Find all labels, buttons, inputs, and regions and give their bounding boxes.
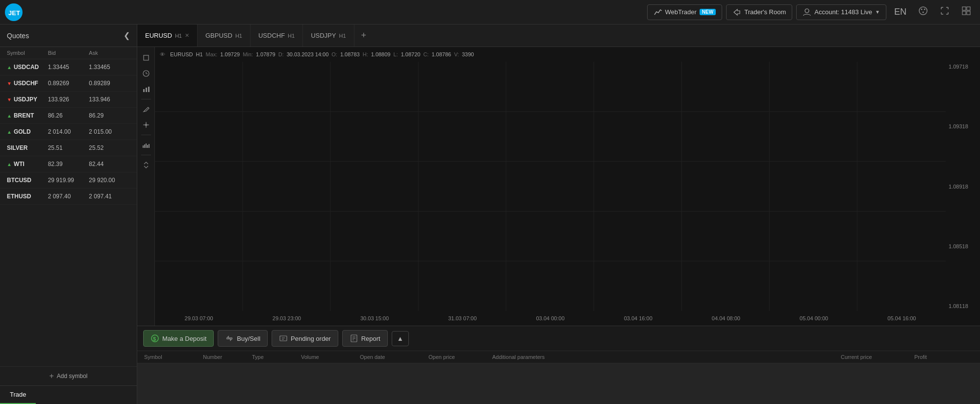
quote-bid: 29 919.99 bbox=[48, 177, 89, 184]
buy-sell-btn[interactable]: Buy/Sell bbox=[218, 330, 268, 347]
price-level-4: 1.08118 bbox=[949, 303, 977, 309]
buysell-icon bbox=[225, 334, 234, 343]
quote-row-btcusd[interactable]: BTCUSD 29 919.99 29 920.00 bbox=[0, 172, 137, 189]
chart-tab-gbpusd[interactable]: GBPUSD H1 bbox=[198, 24, 251, 47]
quote-row-silver[interactable]: SILVER 25.51 25.52 bbox=[0, 140, 137, 156]
expand-bottom-btn[interactable]: ▲ bbox=[392, 331, 409, 346]
svg-point-5 bbox=[923, 12, 924, 13]
quote-row-ethusd[interactable]: ETHUSD 2 097.40 2 097.41 bbox=[0, 189, 137, 205]
pen-icon bbox=[142, 105, 150, 113]
deposit-btn-label: Make a Deposit bbox=[162, 335, 206, 342]
volume-tool-btn[interactable] bbox=[139, 138, 153, 152]
quote-ask: 2 015.00 bbox=[89, 128, 130, 135]
webtrader-btn[interactable]: WebTrader NEW bbox=[647, 4, 723, 20]
expand-tool-btn[interactable] bbox=[139, 158, 153, 172]
quotes-col-header: Symbol Bid Ask bbox=[0, 47, 137, 59]
trade-tabs: Trade bbox=[0, 385, 137, 404]
chart-container: 👁 EURUSD H1 Max: 1.09729 Min: 1.07879 D:… bbox=[137, 47, 980, 326]
clock-icon bbox=[142, 70, 150, 77]
chart-timeframe: H1 bbox=[196, 51, 202, 57]
price-level-2: 1.08918 bbox=[949, 184, 977, 190]
sidebar: Quotes ❮ Symbol Bid Ask ▲ USDCAD 1.33445… bbox=[0, 24, 137, 404]
quote-row-brent[interactable]: ▲ BRENT 86.26 86.29 bbox=[0, 108, 137, 124]
quote-bid: 2 097.40 bbox=[48, 193, 89, 200]
pending-order-btn[interactable]: Pending order bbox=[272, 330, 338, 347]
chart-max: 1.09729 bbox=[220, 51, 240, 57]
quotes-title: Quotes bbox=[7, 32, 29, 40]
traders-room-btn[interactable]: Trader's Room bbox=[726, 4, 792, 20]
main-layout: Quotes ❮ Symbol Bid Ask ▲ USDCAD 1.33445… bbox=[0, 24, 980, 404]
svg-rect-20 bbox=[146, 143, 147, 148]
quote-ask: 29 920.00 bbox=[89, 177, 130, 184]
quote-row-wti[interactable]: ▲ WTI 82.39 82.44 bbox=[0, 156, 137, 172]
quote-ask: 86.29 bbox=[89, 112, 130, 119]
quote-bid: 2 014.00 bbox=[48, 128, 89, 135]
cursor-tool-btn[interactable] bbox=[139, 51, 153, 65]
palette-icon bbox=[918, 6, 928, 16]
trade-col-header-3: Volume bbox=[301, 354, 360, 360]
cursor-icon bbox=[142, 54, 150, 62]
account-btn[interactable]: Account: 11483 Live ▼ bbox=[796, 4, 886, 20]
add-icon: + bbox=[49, 372, 53, 380]
quote-bid: 86.26 bbox=[48, 112, 89, 119]
time-label-1: 29.03 23:00 bbox=[273, 315, 301, 321]
svg-point-1 bbox=[805, 9, 809, 13]
indicator-tool-btn[interactable] bbox=[139, 82, 153, 96]
chart-tab-usdjpy[interactable]: USDJPY H1 bbox=[303, 24, 354, 47]
make-deposit-btn[interactable]: $ Make a Deposit bbox=[143, 330, 214, 347]
quote-row-usdcad[interactable]: ▲ USDCAD 1.33445 1.33465 bbox=[0, 59, 137, 75]
quote-symbol: BTCUSD bbox=[7, 177, 48, 184]
quote-ask: 2 097.41 bbox=[89, 193, 130, 200]
svg-point-2 bbox=[919, 7, 927, 15]
add-symbol-btn[interactable]: + Add symbol bbox=[0, 366, 137, 385]
theme-btn[interactable] bbox=[914, 4, 932, 20]
chart-toolbar bbox=[137, 47, 155, 326]
toolbar-divider-3 bbox=[141, 155, 151, 155]
tab-symbol-0: EURUSD bbox=[145, 32, 172, 39]
tab-tf-3: H1 bbox=[339, 33, 346, 39]
quote-row-usdchf[interactable]: ▼ USDCHF 0.89269 0.89289 bbox=[0, 75, 137, 92]
grid-btn[interactable] bbox=[957, 4, 975, 20]
chart-tab-usdchf[interactable]: USDCHF H1 bbox=[251, 24, 303, 47]
toolbar-divider-1 bbox=[141, 99, 151, 99]
quote-ask: 133.946 bbox=[89, 96, 130, 103]
user-icon bbox=[803, 8, 811, 17]
fullscreen-btn[interactable] bbox=[936, 4, 954, 20]
time-label-2: 30.03 15:00 bbox=[360, 315, 389, 321]
quote-bid: 0.89269 bbox=[48, 80, 89, 87]
bottom-panel: $ Make a Deposit Buy/Sell bbox=[137, 326, 980, 404]
sidebar-collapse-btn[interactable]: ❮ bbox=[124, 31, 130, 40]
arrow-down-icon: ▼ bbox=[7, 81, 12, 86]
draw-tool-btn[interactable] bbox=[139, 102, 153, 116]
report-label: Report bbox=[361, 335, 380, 342]
share-icon bbox=[732, 8, 741, 17]
trade-col-header-6: Additional parameters bbox=[492, 354, 841, 360]
svg-rect-8 bbox=[962, 11, 966, 15]
fullscreen-icon bbox=[940, 6, 950, 16]
chart-tab-eurusd[interactable]: EURUSD H1 ✕ bbox=[137, 24, 198, 47]
time-label-6: 04.04 08:00 bbox=[712, 315, 740, 321]
time-label-0: 29.03 07:00 bbox=[185, 315, 213, 321]
time-tool-btn[interactable] bbox=[139, 67, 153, 80]
quote-ask: 1.33465 bbox=[89, 64, 130, 71]
col-bid: Bid bbox=[48, 50, 89, 56]
quote-bid: 133.926 bbox=[48, 96, 89, 103]
quote-symbol: ▲ USDCAD bbox=[7, 64, 48, 71]
double-arrow-icon bbox=[142, 161, 150, 169]
svg-point-4 bbox=[924, 9, 926, 10]
tab-trade[interactable]: Trade bbox=[0, 386, 36, 404]
svg-rect-22 bbox=[149, 144, 150, 148]
quote-row-gold[interactable]: ▲ GOLD 2 014.00 2 015.00 bbox=[0, 124, 137, 140]
quote-symbol: ▲ GOLD bbox=[7, 128, 48, 135]
lang-btn[interactable]: EN bbox=[890, 5, 910, 19]
chart-canvas bbox=[155, 62, 946, 311]
eye-icon[interactable]: 👁 bbox=[160, 51, 165, 57]
buy-sell-label: Buy/Sell bbox=[237, 335, 260, 342]
quote-row-usdjpy[interactable]: ▼ USDJPY 133.926 133.946 bbox=[0, 92, 137, 108]
tab-symbol-2: USDCHF bbox=[258, 32, 285, 39]
crosshair-tool-btn[interactable] bbox=[139, 118, 153, 132]
report-btn[interactable]: Report bbox=[342, 330, 388, 347]
add-chart-tab-btn[interactable]: + bbox=[354, 30, 374, 41]
close-tab-0[interactable]: ✕ bbox=[185, 32, 189, 39]
report-icon bbox=[350, 334, 358, 343]
